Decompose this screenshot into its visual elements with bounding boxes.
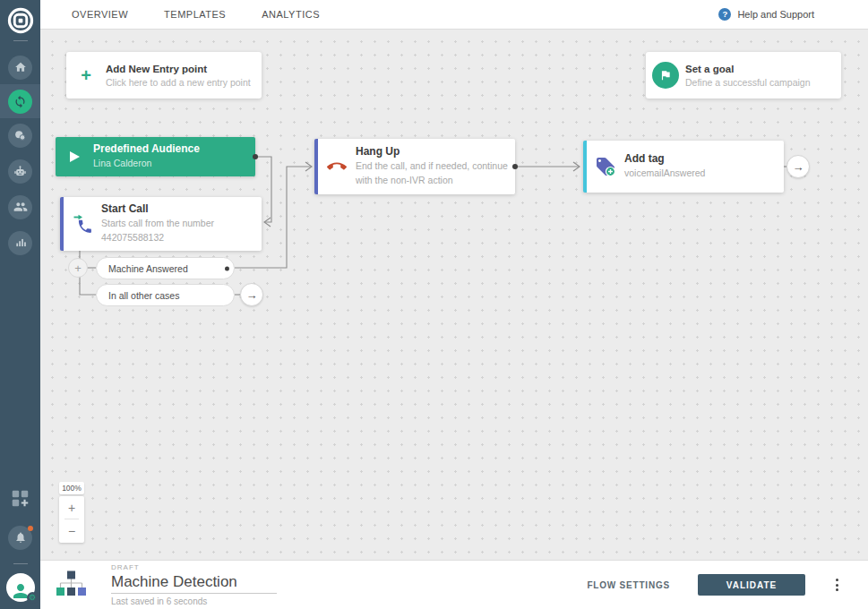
start-call-node-desc-line2: 442075588132 bbox=[101, 231, 214, 245]
hang-up-node-title: Hang Up bbox=[356, 145, 521, 158]
tab-overview[interactable]: OVERVIEW bbox=[72, 9, 128, 20]
top-navigation: OVERVIEW TEMPLATES ANALYTICS ? Help and … bbox=[40, 0, 868, 30]
bell-icon bbox=[8, 526, 32, 550]
audience-node-subtitle: Lina Calderon bbox=[93, 157, 200, 171]
help-and-support-link[interactable]: ? Help and Support bbox=[718, 8, 814, 21]
start-call-phone-icon bbox=[64, 213, 101, 235]
add-tag-node-desc: voicemailAnswered bbox=[624, 167, 705, 181]
sidebar-item-analytics[interactable] bbox=[0, 226, 40, 260]
flow-name-field[interactable]: Machine Detection bbox=[111, 573, 277, 594]
branch-machine-label: Machine Answered bbox=[108, 263, 188, 274]
node-predefined-audience[interactable]: Predefined Audience Lina Calderon bbox=[56, 137, 255, 176]
sidebar-item-apps[interactable] bbox=[0, 481, 40, 515]
nav-tabs: OVERVIEW TEMPLATES ANALYTICS bbox=[72, 9, 320, 20]
last-saved-text: Last saved in 6 seconds bbox=[111, 596, 277, 606]
set-goal-card[interactable]: Set a goal Define a successful campaign bbox=[646, 52, 841, 99]
branch-other-next-step-button[interactable]: → bbox=[240, 283, 263, 306]
apps-grid-plus-icon bbox=[11, 489, 30, 508]
start-call-node-title: Start Call bbox=[101, 202, 214, 215]
zoom-controls: + − bbox=[59, 496, 84, 543]
output-connector-dot[interactable] bbox=[512, 164, 518, 169]
zoom-out-button[interactable]: − bbox=[59, 519, 84, 542]
entry-card-subtitle: Click here to add a new entry point bbox=[106, 77, 251, 88]
audience-node-title: Predefined Audience bbox=[93, 142, 200, 155]
sidebar-item-flow-active[interactable] bbox=[0, 84, 40, 118]
help-question-icon: ? bbox=[718, 8, 731, 21]
node-start-call[interactable]: Start Call Starts call from the number 4… bbox=[60, 197, 262, 251]
validate-button[interactable]: VALIDATE bbox=[698, 574, 805, 596]
sidebar-item-notifications[interactable] bbox=[0, 520, 40, 554]
sidebar-divider bbox=[13, 563, 28, 564]
flow-settings-button[interactable]: FLOW SETTINGS bbox=[587, 580, 670, 590]
branch-machine-answered[interactable]: Machine Answered bbox=[96, 257, 235, 279]
flow-hierarchy-icon bbox=[56, 570, 86, 601]
home-icon bbox=[8, 56, 32, 80]
sidebar-item-account[interactable]: ⚙ bbox=[6, 573, 35, 602]
add-tag-next-step-button[interactable]: → bbox=[786, 155, 810, 178]
sidebar-item-chatbot[interactable] bbox=[0, 154, 40, 188]
branch-in-all-other-cases[interactable]: In all other cases bbox=[96, 284, 235, 306]
arrow-right-icon: → bbox=[246, 288, 258, 302]
plus-icon: + bbox=[81, 66, 91, 84]
add-entry-point-card[interactable]: + Add New Entry point Click here to add … bbox=[66, 52, 262, 99]
hang-up-node-desc: End the call, and if needed, continue wi… bbox=[356, 159, 521, 188]
zoom-level-badge: 100% bbox=[59, 482, 84, 494]
play-icon bbox=[70, 151, 80, 162]
zoom-in-button[interactable]: + bbox=[59, 496, 84, 519]
sidebar-item-conversations[interactable] bbox=[0, 118, 40, 152]
bot-icon bbox=[8, 159, 32, 184]
tab-analytics[interactable]: ANALYTICS bbox=[262, 9, 320, 20]
notification-dot bbox=[28, 526, 33, 531]
node-add-tag[interactable]: Add tag voicemailAnswered bbox=[583, 141, 784, 193]
start-call-node-desc-line1: Starts call from the number bbox=[101, 217, 214, 231]
hang-up-phone-icon bbox=[318, 157, 356, 176]
chat-bubbles-icon bbox=[8, 124, 32, 148]
arrow-right-icon: → bbox=[793, 160, 804, 174]
brand-logo-icon[interactable] bbox=[0, 3, 40, 39]
sidebar-divider bbox=[13, 40, 28, 41]
tag-plus-icon bbox=[587, 156, 624, 177]
flow-footer-bar: DRAFT Machine Detection Last saved in 6 … bbox=[40, 560, 868, 609]
add-branch-button[interactable]: + bbox=[68, 258, 88, 278]
flag-icon bbox=[652, 62, 679, 89]
goal-card-subtitle: Define a successful campaign bbox=[685, 77, 811, 88]
sidebar-item-people[interactable] bbox=[0, 190, 40, 224]
goal-card-title: Set a goal bbox=[685, 64, 811, 74]
entry-card-title: Add New Entry point bbox=[106, 64, 251, 74]
help-label: Help and Support bbox=[737, 9, 814, 20]
flow-canvas[interactable]: + Add New Entry point Click here to add … bbox=[40, 30, 868, 560]
account-settings-gear-icon: ⚙ bbox=[27, 592, 39, 604]
more-options-kebab-icon[interactable] bbox=[833, 576, 841, 594]
sidebar: ⚙ bbox=[0, 0, 40, 609]
sidebar-item-home[interactable] bbox=[0, 50, 40, 84]
branch-other-label: In all other cases bbox=[108, 290, 179, 301]
draft-status-badge: DRAFT bbox=[111, 563, 277, 571]
people-icon bbox=[8, 195, 32, 219]
node-hang-up[interactable]: Hang Up End the call, and if needed, con… bbox=[314, 139, 515, 194]
bar-chart-icon bbox=[8, 231, 32, 255]
flow-builder-icon bbox=[8, 90, 32, 114]
output-connector-dot[interactable] bbox=[253, 154, 258, 159]
add-tag-node-title: Add tag bbox=[624, 152, 705, 165]
tab-templates[interactable]: TEMPLATES bbox=[164, 9, 226, 20]
branch-connector-dot[interactable] bbox=[225, 266, 229, 270]
